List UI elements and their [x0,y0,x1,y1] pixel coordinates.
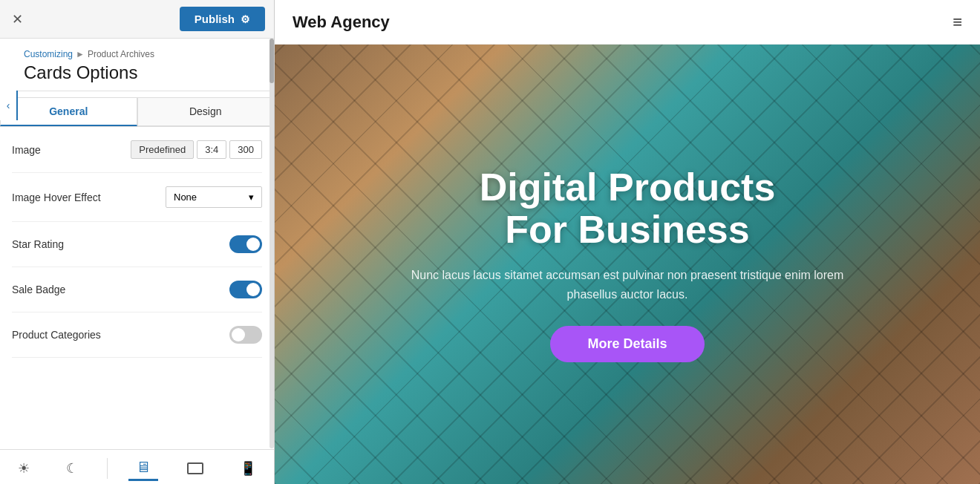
option-label-image: Image [12,144,41,156]
ratio-button[interactable]: 3:4 [197,140,226,159]
hero-button[interactable]: More Details [550,326,704,362]
tablet-icon-button[interactable] [180,460,211,477]
sun-icon: ☀ [18,460,30,477]
option-label-sale-badge: Sale Badge [12,284,65,295]
back-button[interactable]: ‹ [0,91,18,120]
product-categories-slider [229,326,262,344]
hero-content: Digital Products For Business Nunc lacus… [390,151,865,378]
hamburger-icon[interactable]: ≡ [953,13,962,32]
desktop-icon-button[interactable]: 🖥 [128,456,158,481]
hover-effect-value: None [174,192,197,203]
scroll-thumb [270,39,274,83]
option-label-star-rating: Star Rating [12,238,64,250]
bottom-divider [107,458,108,479]
desktop-icon: 🖥 [136,459,151,476]
hero-subtitle: Nunc lacus lacus sitamet accumsan est pu… [405,266,850,304]
publish-button[interactable]: Publish ⚙ [180,7,265,31]
tabs: General Design [0,97,274,127]
moon-icon: ☾ [66,460,78,477]
star-rating-slider [229,235,262,253]
option-row-product-categories: Product Categories [12,313,262,358]
close-button[interactable]: ✕ [9,8,26,30]
predefined-button[interactable]: Predefined [131,140,194,159]
option-row-image: Image Predefined 3:4 300 [12,127,262,173]
size-button[interactable]: 300 [229,140,262,159]
top-bar: ✕ Publish ⚙ [0,0,274,39]
breadcrumb-product-archives: Product Archives [88,49,154,59]
option-row-hover: Image Hover Effect None ▾ [12,173,262,222]
option-row-star-rating: Star Rating [12,222,262,267]
gear-icon: ⚙ [241,13,250,25]
breadcrumb-area: Customizing ► Product Archives Cards Opt… [0,39,274,91]
hero-title-line2: For Business [505,208,749,251]
right-preview: Web Agency ≡ Digital Products For Busine… [275,0,980,484]
star-rating-toggle[interactable] [229,235,262,253]
bottom-bar: ☀ ☾ 🖥 📱 [0,449,274,484]
hero-section: Digital Products For Business Nunc lacus… [275,45,980,484]
breadcrumb-arrow: ► [76,49,85,59]
product-categories-toggle[interactable] [229,326,262,344]
image-controls: Predefined 3:4 300 [131,140,262,159]
sale-badge-slider [229,281,262,298]
hover-effect-dropdown[interactable]: None ▾ [166,186,262,208]
site-title: Web Agency [293,13,390,32]
breadcrumb-customizing[interactable]: Customizing [24,49,73,59]
tab-general[interactable]: General [0,97,137,126]
hero-title: Digital Products For Business [405,166,850,251]
section-title: Cards Options [24,62,262,83]
option-label-hover: Image Hover Effect [12,192,101,203]
tab-design[interactable]: Design [137,97,275,126]
scrollbar[interactable] [270,39,274,448]
moon-icon-button[interactable]: ☾ [59,457,85,480]
sale-badge-toggle[interactable] [229,281,262,298]
tablet-icon [187,462,203,474]
mobile-icon-button[interactable]: 📱 [232,457,264,480]
hero-background: Digital Products For Business Nunc lacus… [275,45,980,484]
breadcrumb: Customizing ► Product Archives [24,49,262,59]
hero-title-line1: Digital Products [480,166,776,209]
dropdown-chevron-icon: ▾ [249,192,254,203]
mobile-icon: 📱 [240,460,256,477]
preview-header: Web Agency ≡ [275,0,980,45]
option-label-product-categories: Product Categories [12,329,101,341]
left-panel: ✕ Publish ⚙ ‹ Customizing ► Product Arch… [0,0,275,484]
back-arrow-icon: ‹ [7,99,10,111]
sun-icon-button[interactable]: ☀ [10,457,37,480]
option-row-sale-badge: Sale Badge [12,267,262,313]
panel-content: Image Predefined 3:4 300 Image Hover Eff… [0,127,274,449]
publish-label: Publish [195,13,235,25]
